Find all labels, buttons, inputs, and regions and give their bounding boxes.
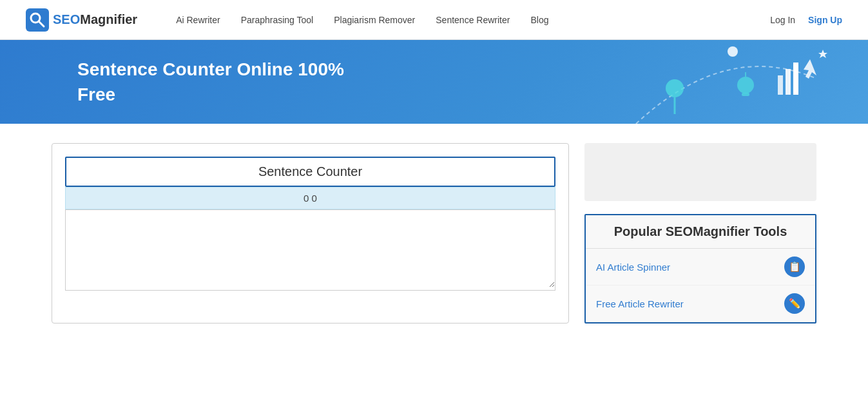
text-area-container bbox=[65, 209, 555, 291]
nav-sentence-rewriter[interactable]: Sentence Rewriter bbox=[436, 15, 510, 25]
signup-link[interactable]: Sign Up bbox=[808, 15, 842, 25]
svg-rect-12 bbox=[742, 93, 749, 96]
popular-tools-title: Popular SEOMagnifier Tools bbox=[586, 215, 815, 249]
hero-banner: Sentence Counter Online 100% Free bbox=[0, 40, 868, 124]
svg-rect-4 bbox=[778, 75, 783, 95]
nav-blog[interactable]: Blog bbox=[530, 15, 548, 25]
hero-decoration bbox=[507, 40, 829, 124]
svg-point-3 bbox=[728, 46, 738, 57]
popular-tools-box: Popular SEOMagnifier Tools AI Article Sp… bbox=[584, 214, 816, 324]
nav-plagiarism-remover[interactable]: Plagiarism Remover bbox=[334, 15, 415, 25]
svg-marker-7 bbox=[804, 59, 816, 79]
sentence-counter-title: Sentence Counter bbox=[65, 157, 555, 187]
tool-panel: Sentence Counter 0 0 bbox=[52, 143, 569, 324]
ad-placeholder bbox=[584, 143, 816, 201]
tool-item-article-rewriter[interactable]: Free Article Rewriter ✏️ bbox=[586, 285, 815, 322]
svg-marker-8 bbox=[818, 50, 827, 58]
logo-link[interactable]: SEOMagnifier bbox=[26, 8, 137, 32]
nav-paraphrasing-tool[interactable]: Paraphrasing Tool bbox=[241, 15, 314, 25]
navbar: SEOMagnifier Ai Rewriter Paraphrasing To… bbox=[0, 0, 868, 40]
logo-text: SEOMagnifier bbox=[53, 12, 137, 27]
login-link[interactable]: Log In bbox=[770, 15, 795, 25]
hero-title: Sentence Counter Online 100% Free bbox=[77, 57, 344, 107]
svg-point-11 bbox=[737, 77, 754, 93]
article-rewriter-icon: ✏️ bbox=[784, 293, 805, 314]
counter-stats: 0 0 bbox=[65, 187, 555, 209]
nav-links: Ai Rewriter Paraphrasing Tool Plagiarism… bbox=[176, 14, 770, 26]
tool-item-ai-spinner[interactable]: AI Article Spinner 📋 bbox=[586, 249, 815, 285]
tool-link-ai-spinner[interactable]: AI Article Spinner bbox=[596, 262, 670, 273]
nav-ai-rewriter[interactable]: Ai Rewriter bbox=[176, 15, 220, 25]
logo-icon bbox=[26, 8, 49, 32]
tool-link-article-rewriter[interactable]: Free Article Rewriter bbox=[596, 298, 684, 309]
ai-spinner-icon: 📋 bbox=[784, 256, 805, 277]
svg-rect-6 bbox=[793, 63, 798, 95]
svg-rect-5 bbox=[786, 69, 791, 95]
svg-rect-0 bbox=[26, 8, 49, 32]
nav-right: Log In Sign Up bbox=[770, 15, 842, 25]
sidebar: Popular SEOMagnifier Tools AI Article Sp… bbox=[584, 143, 816, 324]
sentence-input[interactable] bbox=[66, 210, 555, 287]
svg-point-9 bbox=[666, 79, 684, 97]
main-content: Sentence Counter 0 0 Popular SEOMagnifie… bbox=[0, 124, 868, 343]
